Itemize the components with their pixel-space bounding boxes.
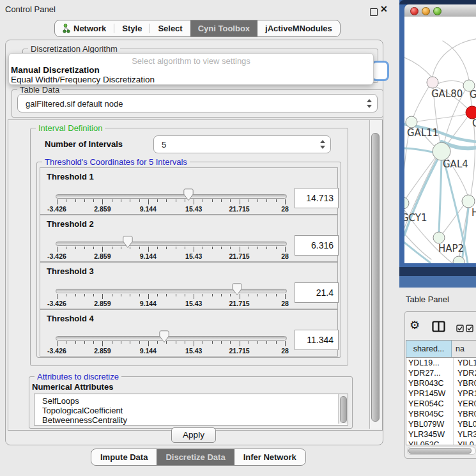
split-columns-icon[interactable] [432,321,445,335]
table-row[interactable]: YDR27...YDR2 [406,368,476,378]
tab-style[interactable]: Style [114,20,150,36]
threshold-slider[interactable]: -3.4262.8599.14415.4321.71528 [56,189,287,213]
network-node-hap2[interactable] [433,232,445,243]
threshold-value-field[interactable]: 14.713 [295,188,339,208]
slider-handle[interactable] [232,283,242,296]
slider-track[interactable] [56,289,287,293]
network-window-bottom-bar [399,267,476,276]
network-edge-highlighted[interactable] [404,159,438,235]
attributes-list-scrollbar-thumb[interactable] [340,396,347,423]
table-cell[interactable]: YIL052C [406,440,454,445]
tab-cyni-toolbox[interactable]: Cyni Toolbox [190,20,257,36]
table-cell[interactable]: YPR145W [406,388,454,399]
vertical-scrollbar-thumb[interactable] [371,133,380,422]
tab-network[interactable]: Network [55,20,114,36]
threshold-value-field[interactable]: 11.344 [295,330,339,350]
slider-track[interactable] [56,336,287,341]
node-attribute-table[interactable]: shared... na YDL19...YDL1YDR27...YDR2YBR… [406,340,476,445]
table-row[interactable]: YBR045CYBR0 [406,409,476,419]
minimize-traffic-light-icon[interactable] [422,7,430,15]
attribute-list-item[interactable]: SelfLoops [35,396,348,406]
slider-track[interactable] [56,242,287,246]
network-canvas[interactable]: GAL80GACGAL11GAL4GCY1HHAP2 [404,17,476,263]
table-cell[interactable]: YER054C [406,399,454,409]
table-cell[interactable]: YIL0 [454,440,476,445]
close-traffic-light-icon[interactable] [410,7,418,15]
table-cell[interactable]: YLR345W [406,429,454,440]
table-cell[interactable]: YDL19... [406,358,454,368]
slider-track[interactable] [56,194,287,199]
threshold-value-field[interactable]: 6.316 [295,235,339,256]
column-header-shared-name[interactable]: shared... [406,341,452,357]
column-header-name[interactable]: na [452,341,476,357]
network-node-gcy1[interactable] [404,197,409,209]
attribute-list-item[interactable]: TopologicalCoefficient [35,406,348,415]
float-window-icon[interactable] [370,8,378,16]
network-edge-highlighted[interactable] [404,148,433,152]
table-data-value: galFiltered.sif default node [26,98,123,108]
threshold-slider[interactable]: -3.4262.8599.14415.4321.71528 [56,331,287,355]
network-edge-highlighted[interactable] [439,160,441,233]
zoom-traffic-light-icon[interactable] [433,7,441,15]
network-node-gal11[interactable] [406,116,417,128]
number-of-intervals-combobox[interactable]: 5 [153,135,331,153]
tab-select[interactable]: Select [150,20,190,36]
table-cell[interactable]: YBL079W [406,419,454,429]
attribute-list-item[interactable]: BetweennessCentrality [35,415,348,425]
threshold-slider[interactable]: -3.4262.8599.14415.4321.71528 [56,284,287,308]
slider-tick-labels: -3.4262.8599.14415.4321.71528 [56,252,287,260]
network-edge-highlighted[interactable] [404,242,430,263]
table-data-combobox[interactable]: galFiltered.sif default node [17,94,378,112]
table-row[interactable]: YLR345WYLR3 [406,429,476,440]
table-cell[interactable]: YDR2 [454,368,476,378]
network-edge[interactable] [404,58,433,78]
threshold-slider[interactable]: -3.4262.8599.14415.4321.71528 [56,236,287,261]
table-cell[interactable]: YPR1 [454,388,476,399]
table-cell[interactable]: YBR045C [406,409,454,419]
select-all-checkbox-icon[interactable] [456,323,464,335]
table-cell[interactable]: YBR0 [454,378,476,388]
network-edge[interactable] [417,114,466,121]
algorithm-combobox[interactable] [371,61,389,81]
apply-button[interactable]: Apply [171,427,216,443]
tab-jactivemnodules[interactable]: jActiveMNodules [257,20,340,36]
slider-handle[interactable] [183,188,194,201]
network-edge[interactable] [413,87,429,117]
network-edge[interactable] [471,119,475,195]
network-edge[interactable] [443,41,469,80]
table-horizontal-scrollbar-thumb[interactable] [408,448,472,454]
deselect-all-checkbox-icon[interactable] [466,323,473,335]
dropdown-option[interactable]: Manual Discretization [11,65,371,74]
slider-handle[interactable] [123,236,133,249]
table-cell[interactable]: YLR3 [454,429,476,440]
bottom-tab-infer-network[interactable]: Infer Network [234,449,305,465]
table-row[interactable]: YIL052CYIL0 [406,440,476,445]
network-node-label: GAL11 [407,127,438,139]
dropdown-option[interactable]: Equal Width/Frequency Discretization [11,75,371,84]
table-row[interactable]: YER054CYER0 [406,399,476,409]
threshold-value-field[interactable]: 21.4 [295,282,339,303]
table-cell[interactable]: YBL0 [454,419,476,429]
table-cell[interactable]: YDR27... [406,368,454,378]
gear-icon[interactable]: ⚙ [410,318,420,332]
network-window-titlebar[interactable] [404,4,476,17]
top-tab-bar: NetworkStyleSelectCyni ToolboxjActiveMNo… [54,20,341,37]
network-edge[interactable] [433,38,476,77]
network-node-gal4[interactable] [433,142,450,160]
table-row[interactable]: YDL19...YDL1 [406,358,476,368]
close-icon[interactable]: ✕ [380,4,388,14]
bottom-tab-discretize-data[interactable]: Discretize Data [157,449,234,465]
table-row[interactable]: YBL079WYBL0 [406,419,476,429]
table-cell[interactable]: YDL1 [454,358,476,368]
table-row[interactable]: YPR145WYPR1 [406,388,476,399]
network-node-c[interactable] [466,106,476,119]
bottom-tab-impute-data[interactable]: Impute Data [91,449,157,465]
slider-handle[interactable] [159,330,169,343]
table-cell[interactable]: YER0 [454,399,476,409]
network-node-h[interactable] [462,195,475,208]
network-edge[interactable] [438,81,464,84]
table-cell[interactable]: YBR0 [454,409,476,419]
table-cell[interactable]: YBR043C [406,378,454,388]
table-row[interactable]: YBR043CYBR0 [406,378,476,388]
network-node-gal80[interactable] [427,77,438,88]
